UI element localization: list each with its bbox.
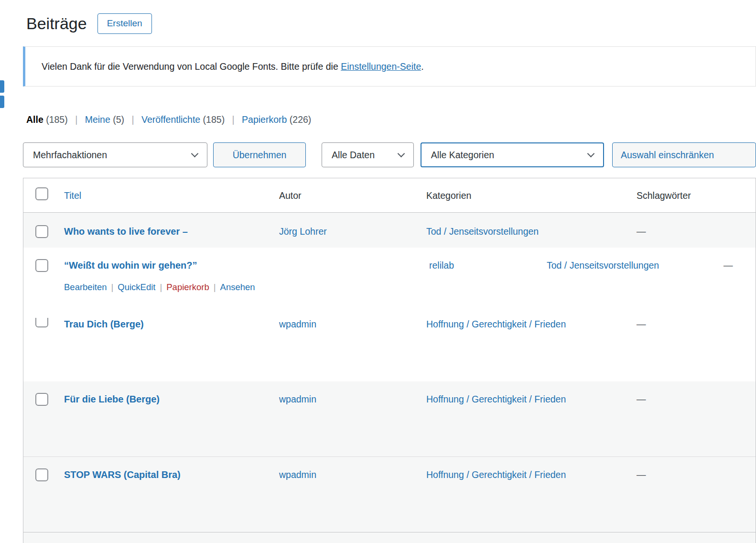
table-row: STOP WARS (Capital Bra) wpadmin Hoffnung… [23, 456, 756, 532]
filter-separator: | [131, 114, 134, 125]
category-link[interactable]: Tod / Jenseitsvorstellungen [426, 222, 539, 240]
tags-value: — [637, 394, 646, 404]
notice-suffix: . [421, 61, 423, 72]
filter-separator: | [232, 114, 235, 125]
category-link[interactable]: Hoffnung / Gerechtigkeit / Frieden [426, 466, 566, 484]
create-post-button[interactable]: Erstellen [97, 13, 152, 34]
chevron-down-icon [398, 150, 405, 157]
filter-separator: | [75, 114, 77, 125]
column-header-author: Autor [279, 190, 302, 201]
post-title-link[interactable]: “Weißt du wohin wir gehen?” [64, 260, 197, 271]
page-title: Beiträge [26, 12, 87, 34]
date-filter-value: Alle Daten [332, 150, 375, 161]
row-checkbox[interactable] [35, 259, 48, 272]
filter-published[interactable]: Veröffentlichte [141, 114, 200, 125]
column-header-title[interactable]: Titel [64, 190, 81, 201]
chevron-down-icon [191, 150, 199, 157]
author-link[interactable]: wpadmin [279, 319, 316, 329]
row-checkbox[interactable] [35, 225, 48, 238]
table-row: Who wants to live forever – Jörg Lohrer … [23, 213, 756, 248]
view-link[interactable]: Ansehen [220, 282, 255, 292]
admin-notice: Vielen Dank für die Verwendung von Local… [23, 46, 756, 87]
post-status-filters: Alle (185) | Meine (5) | Veröffentlichte… [26, 113, 756, 126]
tags-value: — [724, 259, 733, 272]
post-title-link[interactable]: Who wants to live forever – [64, 226, 188, 237]
row-checkbox[interactable] [35, 468, 48, 481]
tags-value: — [637, 469, 646, 480]
settings-page-link[interactable]: Einstellungen-Seite [341, 61, 421, 72]
filter-mine[interactable]: Meine [85, 114, 110, 125]
notice-text: Vielen Dank für die Verwendung von Local… [42, 61, 341, 72]
select-all-checkbox[interactable] [35, 187, 48, 200]
filter-mine-count: (5) [113, 114, 124, 125]
tags-value: — [637, 319, 646, 329]
admin-menu-fragment [0, 80, 4, 93]
category-filter-value: Alle Kategorien [431, 150, 494, 161]
row-checkbox[interactable] [35, 318, 48, 327]
category-link[interactable]: Hoffnung / Gerechtigkeit / Frieden [426, 390, 566, 408]
author-link[interactable]: Jörg Lohrer [279, 226, 327, 237]
row-checkbox[interactable] [35, 393, 48, 406]
post-title-link[interactable]: Trau Dich (Berge) [64, 318, 144, 330]
category-link[interactable]: relilab [429, 259, 454, 272]
author-link[interactable]: wpadmin [279, 469, 316, 480]
page-header: Beiträge Erstellen [0, 0, 756, 34]
quickedit-link[interactable]: QuickEdit [118, 282, 155, 292]
table-row: Trau Dich (Berge) wpadmin Hoffnung / Ger… [23, 312, 756, 381]
column-header-categories: Kategorien [426, 190, 471, 201]
table-header-row: Titel Autor Kategorien Schlagwörter [23, 178, 756, 213]
tags-value: — [637, 226, 646, 237]
table-footer [23, 532, 756, 543]
filter-all-count: (185) [46, 114, 68, 125]
action-separator: | [160, 282, 162, 292]
action-separator: | [111, 282, 113, 292]
category-link[interactable]: Hoffnung / Gerechtigkeit / Frieden [426, 315, 566, 333]
post-title-link[interactable]: STOP WARS (Capital Bra) [64, 469, 181, 480]
bulk-actions-toolbar: Mehrfachaktionen Übernehmen Alle Daten A… [23, 142, 756, 167]
date-filter-select[interactable]: Alle Daten [322, 142, 414, 167]
admin-menu-fragment [0, 96, 4, 108]
edit-link[interactable]: Bearbeiten [64, 282, 107, 292]
posts-table: Titel Autor Kategorien Schlagwörter Who … [23, 178, 756, 543]
author-link[interactable]: wpadmin [279, 394, 316, 404]
column-header-tags: Schlagwörter [637, 190, 691, 201]
table-row: “Weißt du wohin wir gehen?” Bearbeiten|Q… [23, 248, 756, 312]
bulk-action-value: Mehrfachaktionen [33, 150, 107, 161]
post-title-link[interactable]: Für die Liebe (Berge) [64, 394, 160, 404]
bulk-action-select[interactable]: Mehrfachaktionen [23, 142, 207, 167]
table-row: Für die Liebe (Berge) wpadmin Hoffnung /… [23, 381, 756, 456]
filter-button[interactable]: Auswahl einschränken [612, 142, 756, 167]
filter-trash[interactable]: Papierkorb [242, 114, 287, 125]
category-filter-select[interactable]: Alle Kategorien [421, 142, 604, 167]
filter-all[interactable]: Alle [26, 114, 43, 125]
apply-button[interactable]: Übernehmen [213, 142, 306, 167]
chevron-down-icon [587, 150, 595, 157]
filter-published-count: (185) [203, 114, 225, 125]
trash-link[interactable]: Papierkorb [166, 282, 209, 292]
filter-trash-count: (226) [290, 114, 312, 125]
row-actions: Bearbeiten|QuickEdit|Papierkorb|Ansehen [64, 281, 756, 293]
action-separator: | [214, 282, 216, 292]
category-link[interactable]: Tod / Jenseitsvorstellungen [547, 259, 659, 272]
